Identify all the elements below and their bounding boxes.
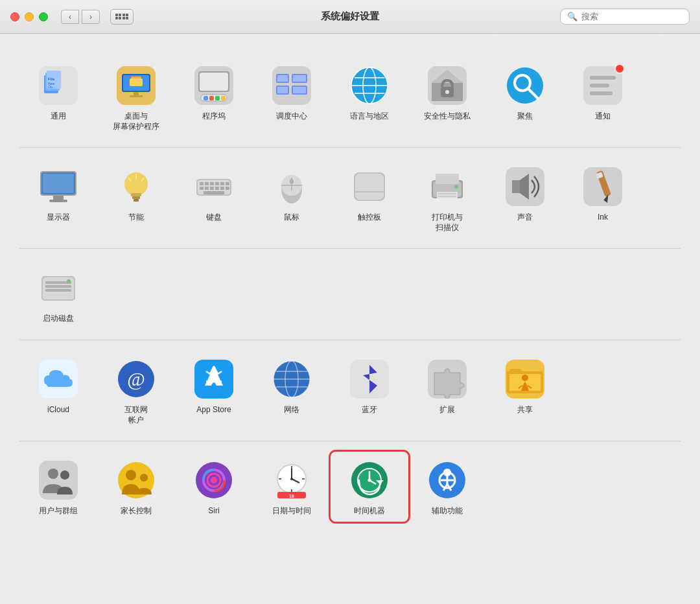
pref-icon-icloud: [38, 358, 79, 400]
maximize-button[interactable]: [39, 12, 48, 21]
search-box[interactable]: 🔍: [560, 8, 690, 25]
window-title: 系统偏好设置: [321, 10, 379, 23]
pref-item-startup[interactable]: 启动磁盘: [19, 259, 97, 329]
pref-icon-displays: [38, 166, 79, 207]
pref-label-language: 语言与地区: [350, 111, 389, 122]
nav-buttons: ‹ ›: [61, 10, 100, 24]
icon-grid-internet: iCloud @ 互联网帐户: [19, 351, 681, 430]
pref-label-keyboard: 键盘: [206, 213, 222, 223]
pref-item-datetime[interactable]: 18 日期与时间: [253, 452, 331, 522]
pref-item-timemachine[interactable]: 时间机器: [331, 452, 408, 522]
pref-item-network[interactable]: 网络: [253, 351, 331, 430]
pref-item-displays[interactable]: 显示器: [19, 158, 97, 238]
pref-icon-users: [38, 459, 79, 501]
pref-label-spotlight: 聚焦: [517, 111, 533, 122]
pref-label-printer: 打印机与扫描仪: [432, 213, 463, 233]
pref-label-sound: 声音: [517, 213, 533, 223]
svg-text:18: 18: [289, 494, 294, 498]
minimize-button[interactable]: [25, 12, 34, 21]
pref-label-displays: 显示器: [47, 213, 70, 223]
pref-item-appstore[interactable]: App Store: [175, 351, 253, 430]
pref-item-extensions[interactable]: 扩展: [408, 351, 486, 430]
svg-rect-46: [590, 76, 616, 80]
svg-rect-102: [45, 289, 71, 292]
pref-item-users[interactable]: 用户与群组: [19, 452, 97, 522]
pref-item-general[interactable]: File New Op... 通用: [19, 57, 97, 137]
pref-item-keyboard[interactable]: 键盘: [175, 158, 253, 238]
pref-item-energy[interactable]: 节能: [97, 158, 175, 238]
svg-rect-20: [215, 96, 220, 100]
close-button[interactable]: [10, 12, 19, 21]
pref-icon-accessibility: [426, 459, 468, 501]
svg-point-103: [67, 279, 71, 283]
pref-label-startup: 启动磁盘: [43, 314, 74, 324]
pref-icon-startup: [38, 267, 79, 308]
pref-item-printer[interactable]: 打印机与扫描仪: [408, 158, 486, 238]
svg-rect-12: [134, 92, 139, 95]
svg-point-125: [126, 470, 136, 480]
svg-point-41: [445, 90, 449, 94]
pref-item-notifications[interactable]: 通知: [564, 57, 642, 137]
notifications-badge: [614, 64, 625, 74]
pref-item-accessibility[interactable]: 辅助功能: [408, 452, 486, 522]
pref-label-internet-accounts: 互联网帐户: [124, 405, 148, 425]
main-content: File New Op... 通用: [0, 34, 700, 604]
svg-point-80: [290, 179, 294, 184]
pref-item-bluetooth[interactable]: 蓝牙: [331, 351, 408, 430]
icon-grid-personal: File New Op... 通用: [19, 57, 681, 137]
pref-label-trackpad: 触控板: [358, 213, 381, 223]
pref-item-mission[interactable]: 调度中心: [253, 57, 331, 137]
pref-icon-extensions: [426, 358, 468, 400]
pref-label-sharing: 共享: [517, 405, 533, 415]
pref-label-siri: Siri: [208, 506, 219, 517]
pref-item-internet-accounts[interactable]: @ 互联网帐户: [97, 351, 175, 430]
pref-icon-printer: [426, 166, 468, 207]
svg-rect-93: [512, 180, 520, 193]
pref-item-dock[interactable]: 程序坞: [175, 57, 253, 137]
pref-item-language[interactable]: 语言与地区: [331, 57, 408, 137]
section-hardware: 显示器 节能: [19, 148, 681, 249]
svg-rect-52: [53, 196, 64, 200]
svg-rect-89: [438, 196, 456, 197]
pref-label-accessibility: 辅助功能: [432, 506, 463, 517]
svg-rect-11: [130, 78, 143, 86]
traffic-lights: [10, 12, 48, 21]
pref-icon-datetime: 18: [271, 459, 312, 501]
svg-rect-74: [226, 187, 229, 190]
svg-rect-88: [438, 193, 456, 194]
pref-label-datetime: 日期与时间: [272, 506, 311, 517]
pref-label-ink: Ink: [598, 213, 608, 223]
svg-rect-73: [220, 187, 224, 190]
pref-icon-parental: [115, 459, 157, 501]
pref-item-spotlight[interactable]: 聚焦: [486, 57, 564, 137]
search-input[interactable]: [581, 12, 682, 21]
pref-label-general: 通用: [51, 111, 66, 122]
svg-point-118: [522, 375, 528, 381]
pref-item-mouse[interactable]: 鼠标: [253, 158, 331, 238]
pref-item-trackpad[interactable]: 触控板: [331, 158, 408, 238]
back-button[interactable]: ‹: [61, 10, 79, 24]
svg-rect-70: [205, 187, 209, 190]
pref-item-sharing[interactable]: 共享: [486, 351, 564, 430]
pref-item-ink[interactable]: Ink: [564, 158, 642, 238]
svg-point-123: [60, 470, 69, 480]
svg-rect-64: [205, 182, 209, 185]
pref-label-dock: 程序坞: [202, 111, 226, 122]
grid-icon: [115, 14, 129, 20]
pref-icon-general: File New Op...: [38, 65, 79, 106]
icon-grid-hardware2: 启动磁盘: [19, 259, 681, 329]
pref-item-security[interactable]: 安全性与隐私: [408, 57, 486, 137]
pref-item-icloud[interactable]: iCloud: [19, 351, 97, 430]
section-hardware2: 启动磁盘: [19, 249, 681, 340]
forward-button[interactable]: ›: [82, 10, 100, 24]
grid-view-button[interactable]: [110, 9, 134, 25]
pref-item-sound[interactable]: 声音: [486, 158, 564, 238]
pref-icon-network: [271, 358, 312, 400]
search-icon: 🔍: [567, 12, 578, 21]
pref-label-appstore: App Store: [196, 405, 231, 415]
svg-rect-47: [590, 84, 609, 87]
svg-rect-57: [134, 199, 139, 202]
pref-item-desktop[interactable]: 桌面与屏幕保护程序: [97, 57, 175, 137]
pref-item-siri[interactable]: Siri: [175, 452, 253, 522]
pref-item-parental[interactable]: 家长控制: [97, 452, 175, 522]
